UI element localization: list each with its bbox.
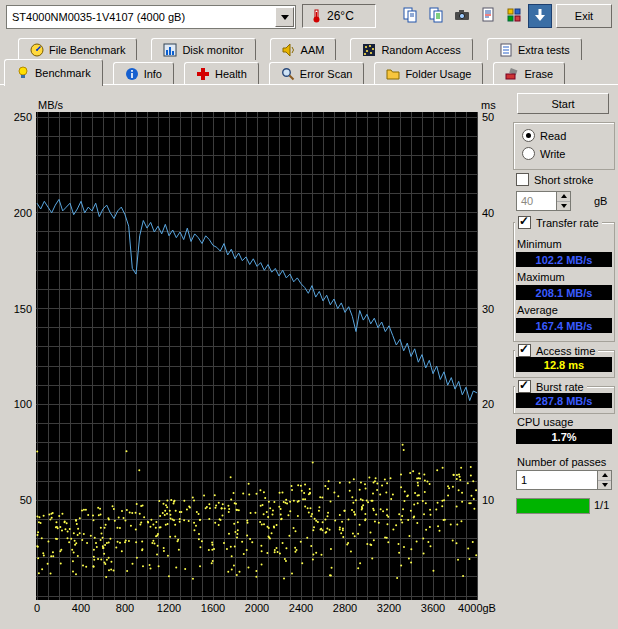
- tick-label: 1200: [157, 602, 181, 614]
- tab-extra-tests[interactable]: Extra tests: [487, 38, 582, 60]
- tab-label: File Benchmark: [49, 44, 125, 56]
- tab-label: Extra tests: [518, 44, 570, 56]
- burst-rate-value: 287.8 MB/s: [516, 393, 612, 408]
- progress-text: 1/1: [594, 499, 609, 511]
- tab-benchmark[interactable]: Benchmark: [4, 59, 103, 86]
- cpu-usage-value: 1.7%: [516, 429, 612, 444]
- down-arrow-icon: [533, 8, 547, 25]
- drive-selector[interactable]: ST4000NM0035-1V4107 (4000 gB): [6, 5, 296, 29]
- short-stroke-box[interactable]: [516, 173, 529, 186]
- short-stroke-value[interactable]: 40: [516, 191, 556, 211]
- short-stroke-stepper[interactable]: 40: [516, 191, 571, 211]
- maximum-value: 208.1 MB/s: [516, 285, 612, 300]
- tab-label: Info: [144, 68, 162, 80]
- options-icon: [506, 7, 522, 26]
- transfer-rate-checkbox[interactable]: Transfer rate: [515, 216, 602, 229]
- tab-row-secondary: File Benchmark Disk monitor AAM Random A…: [0, 38, 582, 60]
- write-label: Write: [540, 148, 565, 160]
- progress-bar: [516, 498, 590, 514]
- exit-button[interactable]: Exit: [556, 4, 612, 28]
- access-time-label: Access time: [536, 345, 595, 357]
- tab-label: Disk monitor: [182, 44, 243, 56]
- stepper-up-icon[interactable]: [557, 192, 570, 202]
- short-stroke-checkbox[interactable]: Short stroke: [516, 173, 593, 186]
- tick-label: 2000: [245, 602, 269, 614]
- copy-report-icon: [428, 7, 444, 26]
- tick-label: 10: [482, 494, 494, 506]
- gb-unit-label: gB: [594, 195, 607, 207]
- stepper-down-icon[interactable]: [557, 202, 570, 211]
- maximum-label: Maximum: [517, 271, 565, 283]
- camera-icon: [454, 7, 470, 26]
- tick-label: 0: [34, 602, 40, 614]
- tick-label: 100: [4, 398, 32, 410]
- tick-label: 400: [72, 602, 90, 614]
- tick-label: 800: [116, 602, 134, 614]
- magnifier-icon: [281, 67, 295, 81]
- read-radio-circle[interactable]: [522, 129, 535, 142]
- chevron-down-icon[interactable]: [275, 7, 294, 27]
- tab-label: Health: [215, 68, 247, 80]
- toolbar: ST4000NM0035-1V4107 (4000 gB) 26°C: [0, 0, 618, 34]
- access-time-checkbox[interactable]: Access time: [515, 344, 598, 357]
- burst-rate-checkbox[interactable]: Burst rate: [515, 380, 587, 393]
- passes-label: Number of passes: [517, 456, 606, 468]
- tick-label: 40: [482, 207, 494, 219]
- tab-disk-monitor[interactable]: Disk monitor: [151, 38, 255, 60]
- burst-rate-box[interactable]: [518, 380, 531, 393]
- tab-label: Folder Usage: [405, 68, 471, 80]
- health-cross-icon: [196, 67, 210, 81]
- access-time-box[interactable]: [518, 344, 531, 357]
- cpu-usage-label: CPU usage: [517, 416, 573, 428]
- report-doc-icon: [480, 7, 496, 26]
- start-button[interactable]: Start: [517, 93, 609, 114]
- speaker-icon: [282, 43, 296, 57]
- transfer-rate-box[interactable]: [518, 216, 531, 229]
- checklist-icon: [499, 43, 513, 57]
- passes-value[interactable]: 1: [516, 470, 597, 490]
- tab-aam[interactable]: AAM: [270, 38, 337, 60]
- copy-text-button[interactable]: [398, 4, 422, 28]
- copy-pages-icon: [402, 7, 418, 26]
- short-stroke-label: Short stroke: [534, 174, 593, 186]
- tick-label: 3600: [421, 602, 445, 614]
- tab-random-access[interactable]: Random Access: [350, 38, 472, 60]
- report-button[interactable]: [476, 4, 500, 28]
- y-right-unit: ms: [481, 99, 496, 111]
- stepper-down-icon[interactable]: [598, 481, 611, 490]
- burst-rate-label: Burst rate: [536, 381, 584, 393]
- tick-label: 250: [4, 111, 32, 123]
- info-icon: [125, 67, 139, 81]
- app-window: ST4000NM0035-1V4107 (4000 gB) 26°C: [0, 0, 618, 629]
- write-radio-circle[interactable]: [522, 147, 535, 160]
- tab-label: Erase: [524, 68, 553, 80]
- options-button[interactable]: [502, 4, 526, 28]
- benchmark-plot: [36, 112, 478, 600]
- tick-label: 200: [4, 207, 32, 219]
- thermometer-icon: [309, 9, 323, 23]
- tab-info[interactable]: Info: [113, 62, 174, 84]
- stepper-up-icon[interactable]: [598, 471, 611, 481]
- tab-file-benchmark[interactable]: File Benchmark: [18, 38, 137, 60]
- tab-health[interactable]: Health: [184, 62, 259, 84]
- gauge-icon: [30, 43, 44, 57]
- screenshot-button[interactable]: [450, 4, 474, 28]
- save-download-button[interactable]: [528, 4, 552, 28]
- tab-erase[interactable]: Erase: [493, 62, 565, 84]
- tick-label: 50: [4, 494, 32, 506]
- tab-folder-usage[interactable]: Folder Usage: [374, 62, 483, 84]
- tab-label: Benchmark: [35, 67, 91, 79]
- tick-label: 2400: [289, 602, 313, 614]
- progress-fill: [517, 499, 589, 513]
- passes-stepper[interactable]: 1: [516, 470, 612, 490]
- tab-error-scan[interactable]: Error Scan: [269, 62, 365, 84]
- copy-image-button[interactable]: [424, 4, 448, 28]
- read-radio[interactable]: Read: [522, 129, 566, 142]
- tick-label: 4000gB: [458, 602, 496, 614]
- write-radio[interactable]: Write: [522, 147, 565, 160]
- tab-label: Error Scan: [300, 68, 353, 80]
- tick-label: 20: [482, 398, 494, 410]
- access-time-value: 12.8 ms: [516, 357, 612, 372]
- bar-chart-icon: [163, 43, 177, 57]
- tick-label: 150: [4, 303, 32, 315]
